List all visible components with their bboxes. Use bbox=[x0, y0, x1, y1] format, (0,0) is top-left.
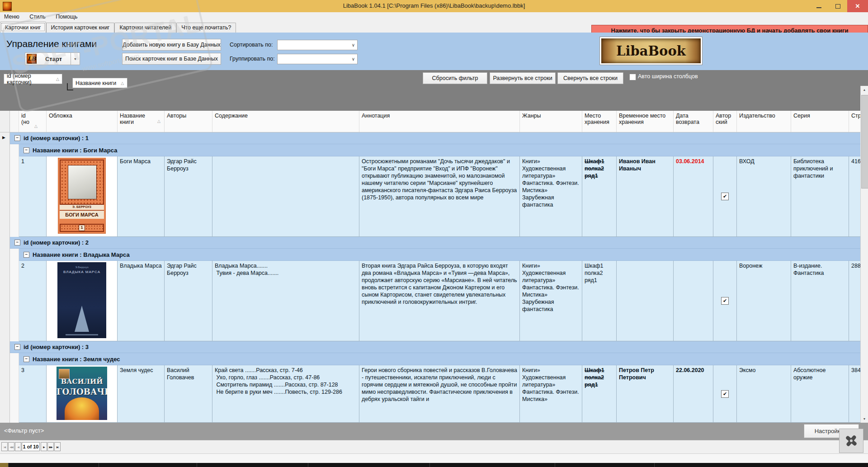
pager-prev-page-button[interactable]: ◀◀ bbox=[8, 442, 14, 451]
cell-id[interactable]: 1 bbox=[19, 156, 47, 237]
close-button[interactable]: ✕ bbox=[847, 0, 868, 12]
cell-author-mark[interactable]: ✔ bbox=[713, 365, 737, 423]
start-dropdown-arrow[interactable]: ▼ bbox=[71, 53, 80, 65]
cell-location[interactable]: Шкаф1 полка2 ряд1 bbox=[582, 261, 617, 341]
column-header-annotation[interactable]: Аннотация bbox=[359, 111, 520, 132]
column-header-pages[interactable]: Стр bbox=[849, 111, 860, 132]
cell-cover[interactable]: ВАСИЛИЙ ГОЛОВАЧЕВ bbox=[47, 365, 118, 423]
group-row-level2[interactable]: −Название книги : Владыка Марса bbox=[0, 249, 860, 261]
group-field-id[interactable]: id (номер карточки) △ bbox=[4, 74, 62, 84]
group-row-level1[interactable]: −id (номер карточки) : 3 bbox=[0, 341, 860, 353]
collapse-icon[interactable]: − bbox=[14, 240, 20, 245]
collapse-icon[interactable]: − bbox=[14, 135, 20, 141]
group-row-level1[interactable]: −id (номер карточки) : 2 bbox=[0, 237, 860, 249]
settings-gear-icon[interactable] bbox=[839, 429, 863, 453]
collapse-icon[interactable]: − bbox=[14, 344, 20, 350]
pager-next-button[interactable]: ▶ bbox=[41, 442, 47, 451]
cell-series[interactable]: Библиотека приключений и фантастики bbox=[791, 156, 849, 237]
tab-reader-cards[interactable]: Карточки читателей bbox=[114, 23, 176, 33]
cell-authors[interactable]: Василий Головачев bbox=[165, 365, 212, 423]
minimize-button[interactable] bbox=[809, 0, 828, 12]
pager-prev-button[interactable]: ◀ bbox=[15, 442, 21, 451]
column-header-series[interactable]: Серия bbox=[791, 111, 849, 132]
cell-series[interactable]: В-издание. Фантастика bbox=[791, 261, 849, 341]
cell-contents[interactable]: Край света .......Рассказ, стр. 7-46 Ухо… bbox=[212, 365, 359, 423]
cell-author-mark[interactable]: ✔ bbox=[713, 156, 737, 237]
cell-contents[interactable] bbox=[212, 156, 359, 237]
group-row-level2[interactable]: −Название книги : Земля чудес bbox=[0, 353, 860, 365]
cell-author-mark[interactable]: ✔ bbox=[713, 261, 737, 341]
cell-return-date[interactable] bbox=[674, 261, 713, 341]
cell-genres[interactable]: Книги» Художественная литература» Фантас… bbox=[520, 261, 582, 341]
cell-temp-location[interactable]: Петров Петр Петрович bbox=[617, 365, 674, 423]
pager-next-page-button[interactable]: ▶▶ bbox=[47, 442, 54, 451]
collapse-icon[interactable]: − bbox=[24, 147, 29, 153]
vertical-scrollbar[interactable]: ▲ ▼ bbox=[860, 86, 868, 423]
cell-publisher[interactable]: Воронеж bbox=[737, 261, 791, 341]
search-cards-button[interactable]: Поиск карточек книг в Базе Данных bbox=[122, 53, 221, 65]
column-header-id[interactable]: id (но △ bbox=[19, 111, 47, 132]
cell-annotation[interactable]: Остросюжетными романами "Дочь тысячи дже… bbox=[359, 156, 520, 237]
checkbox-checked-icon[interactable]: ✔ bbox=[721, 193, 729, 200]
auto-width-checkbox[interactable] bbox=[629, 74, 636, 80]
cell-id[interactable]: 3 bbox=[19, 365, 47, 423]
column-header-authors[interactable]: Авторы bbox=[165, 111, 212, 132]
checkbox-checked-icon[interactable]: ✔ bbox=[721, 297, 729, 305]
cell-return-date[interactable]: 03.06.2014 bbox=[674, 156, 713, 237]
column-header-location[interactable]: Место хранения bbox=[582, 111, 617, 132]
cell-annotation[interactable]: Вторая книга Эдгара Райса Берроуза, в ко… bbox=[359, 261, 520, 341]
cell-annotation[interactable]: Герои нового сборника повестей и рассказ… bbox=[359, 365, 520, 423]
cell-title[interactable]: Владыка Марса bbox=[118, 261, 165, 341]
cell-authors[interactable]: Эдгар Райс Берроуз bbox=[165, 261, 212, 341]
group-row-level2[interactable]: −Название книги : Боги Марса bbox=[0, 144, 860, 156]
cell-cover[interactable]: Э.Берроуз ВЛАДЫКА МАРСА bbox=[47, 261, 118, 341]
checkbox-checked-icon[interactable]: ✔ bbox=[721, 390, 729, 398]
column-header-title[interactable]: Название книги △ bbox=[118, 111, 165, 132]
cell-pages[interactable]: 384 bbox=[849, 365, 860, 423]
menu-item-style[interactable]: Стиль bbox=[25, 12, 50, 20]
start-button[interactable]: LB Старт ▼ bbox=[25, 52, 80, 65]
cell-location[interactable]: Шкаф1 полка2 ряд1 bbox=[582, 156, 617, 237]
group-by-select[interactable]: ∨ bbox=[277, 54, 358, 64]
column-header-cover[interactable]: Обложка bbox=[47, 111, 118, 132]
menu-item-menu[interactable]: Меню bbox=[0, 12, 24, 20]
cell-pages[interactable]: 416 bbox=[849, 156, 860, 237]
collapse-icon[interactable]: − bbox=[24, 252, 29, 258]
cell-temp-location[interactable]: Иванов Иван Иваныч bbox=[617, 156, 674, 237]
cell-pages[interactable]: 288 bbox=[849, 261, 860, 341]
cell-id[interactable]: 2 bbox=[19, 261, 47, 341]
pager-first-button[interactable]: |◀ bbox=[1, 442, 8, 451]
cell-contents[interactable]: Владыка Марса....... Тувия - дева Марса.… bbox=[212, 261, 359, 341]
tab-what-to-read[interactable]: Что еще почитать? bbox=[176, 23, 236, 33]
cell-temp-location[interactable] bbox=[617, 261, 674, 341]
cell-title[interactable]: Боги Марса bbox=[118, 156, 165, 237]
group-row-level1[interactable]: ▶ −id (номер карточки) : 1 bbox=[0, 132, 860, 144]
cell-genres[interactable]: Книги» Художественная литература» Фантас… bbox=[520, 365, 582, 423]
scroll-down-icon[interactable]: ▼ bbox=[861, 415, 868, 423]
cell-publisher[interactable]: Эксмо bbox=[737, 365, 791, 423]
menu-item-help[interactable]: Помощь bbox=[52, 12, 81, 20]
tab-card-history[interactable]: История карточек книг bbox=[46, 23, 115, 33]
cell-return-date[interactable]: 22.06.2020 bbox=[674, 365, 713, 423]
sort-by-select[interactable]: ∨ bbox=[277, 40, 358, 50]
cell-authors[interactable]: Эдгар Райс Берроуз bbox=[165, 156, 212, 237]
cell-title[interactable]: Земля чудес bbox=[118, 365, 165, 423]
column-header-genres[interactable]: Жанры bbox=[520, 111, 582, 132]
reset-filter-button[interactable]: Сбросить фильтр bbox=[423, 72, 487, 84]
scroll-up-icon[interactable]: ▲ bbox=[861, 86, 868, 94]
restore-button[interactable] bbox=[828, 0, 847, 12]
expand-all-button[interactable]: Развернуть все строки bbox=[490, 72, 556, 84]
cell-publisher[interactable]: ВХОД bbox=[737, 156, 791, 237]
cell-series[interactable]: Абсолютное оружие bbox=[791, 365, 849, 423]
add-book-button[interactable]: Добавить новую книгу в Базу Данных bbox=[122, 39, 221, 51]
group-field-title[interactable]: Название книги △ bbox=[72, 78, 127, 88]
pager-last-button[interactable]: ▶| bbox=[54, 442, 61, 451]
collapse-all-button[interactable]: Свернуть все строки bbox=[557, 72, 623, 84]
column-header-temp-location[interactable]: Временное место хранения bbox=[617, 111, 674, 132]
cell-cover[interactable]: Э. БЕРРОУЗ БОГИ МАРСА 1 bbox=[47, 156, 118, 237]
column-header-contents[interactable]: Содержание bbox=[212, 111, 359, 132]
column-header-author-mark[interactable]: Автор ский bbox=[713, 111, 737, 132]
cell-genres[interactable]: Книги» Художественная литература» Фантас… bbox=[520, 156, 582, 237]
column-header-return-date[interactable]: Дата возврата bbox=[674, 111, 713, 132]
tab-book-cards[interactable]: Карточки книг bbox=[0, 22, 46, 33]
